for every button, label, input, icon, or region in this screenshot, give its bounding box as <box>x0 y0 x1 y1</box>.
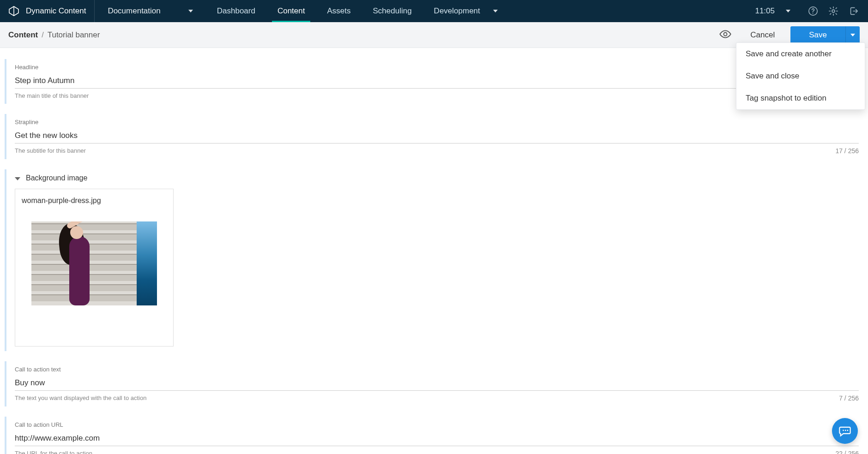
cta-url-input[interactable] <box>15 431 859 446</box>
headline-input[interactable] <box>15 73 859 89</box>
nav-content[interactable]: Content <box>266 0 316 22</box>
nav-scheduling[interactable]: Scheduling <box>362 0 422 22</box>
field-label: Call to action URL <box>15 421 859 428</box>
image-card[interactable]: woman-purple-dress.jpg <box>15 189 174 346</box>
clock-menu[interactable]: 11:05 <box>747 6 799 16</box>
chevron-down-icon <box>850 34 855 36</box>
field-label: Call to action text <box>15 366 859 373</box>
breadcrumb-root[interactable]: Content <box>8 30 38 40</box>
section-label: Background image <box>26 174 87 182</box>
save-button[interactable]: Save <box>790 26 845 44</box>
menu-save-and-close[interactable]: Save and close <box>736 65 865 87</box>
development-menu[interactable]: Development <box>423 6 509 16</box>
gear-icon[interactable] <box>828 6 838 16</box>
svg-point-4 <box>843 430 844 431</box>
chevron-down-icon <box>786 10 790 12</box>
char-counter: 7 / 256 <box>839 394 859 402</box>
field-label: Strapline <box>15 119 859 125</box>
menu-tag-snapshot[interactable]: Tag snapshot to edition <box>736 87 865 109</box>
brand-icon <box>8 6 19 17</box>
field-help: The text you want displayed with the cal… <box>15 394 146 402</box>
field-headline: Headline The main title of this banner <box>5 59 864 104</box>
svg-point-2 <box>832 10 835 12</box>
save-dropdown: Save and create another Save and close T… <box>736 42 865 110</box>
help-icon[interactable] <box>808 6 818 16</box>
field-cta-url: Call to action URL The URL for the call … <box>5 417 864 454</box>
strapline-input[interactable] <box>15 128 859 143</box>
char-counter: 22 / 256 <box>835 450 859 454</box>
nav-dashboard[interactable]: Dashboard <box>206 0 266 22</box>
chat-widget[interactable] <box>832 418 858 444</box>
svg-point-6 <box>847 430 848 431</box>
field-help: The main title of this banner <box>15 92 89 99</box>
main-nav: Dashboard Content Assets Scheduling <box>206 0 423 22</box>
svg-point-1 <box>813 13 814 14</box>
chevron-down-icon <box>15 177 20 180</box>
logout-icon[interactable] <box>849 6 859 16</box>
char-counter: 17 / 256 <box>835 147 859 155</box>
field-background-image: Background image woman-purple-dress.jpg <box>5 169 864 351</box>
svg-point-3 <box>724 32 727 36</box>
nav-assets[interactable]: Assets <box>316 0 362 22</box>
chevron-down-icon <box>493 10 498 12</box>
cta-text-input[interactable] <box>15 376 859 391</box>
cancel-button[interactable]: Cancel <box>742 27 783 43</box>
topbar-icons <box>799 6 868 16</box>
menu-save-create-another[interactable]: Save and create another <box>736 43 865 65</box>
save-button-group: Save <box>790 26 860 44</box>
preview-icon[interactable] <box>719 28 732 42</box>
chevron-down-icon <box>188 10 193 12</box>
image-filename: woman-purple-dress.jpg <box>15 189 173 212</box>
field-strapline: Strapline The subtitle for this banner 1… <box>5 114 864 159</box>
breadcrumb-separator: / <box>42 31 43 39</box>
svg-point-5 <box>845 430 846 431</box>
documentation-label: Documentation <box>108 6 160 16</box>
image-thumbnail <box>31 221 157 305</box>
field-label: Headline <box>15 64 859 71</box>
field-cta-text: Call to action text The text you want di… <box>5 361 864 406</box>
background-image-collapse[interactable]: Background image <box>15 174 859 182</box>
field-help: The subtitle for this banner <box>15 147 86 155</box>
field-help: The URL for the call to action <box>15 450 92 454</box>
brand[interactable]: Dynamic Content <box>0 0 95 22</box>
breadcrumb-leaf: Tutorial banner <box>48 30 100 40</box>
topbar: Dynamic Content Documentation Dashboard … <box>0 0 868 22</box>
clock-time: 11:05 <box>755 6 775 16</box>
development-label: Development <box>434 6 480 16</box>
brand-label: Dynamic Content <box>26 6 86 16</box>
documentation-menu[interactable]: Documentation <box>95 0 205 22</box>
save-dropdown-toggle[interactable] <box>845 26 860 44</box>
